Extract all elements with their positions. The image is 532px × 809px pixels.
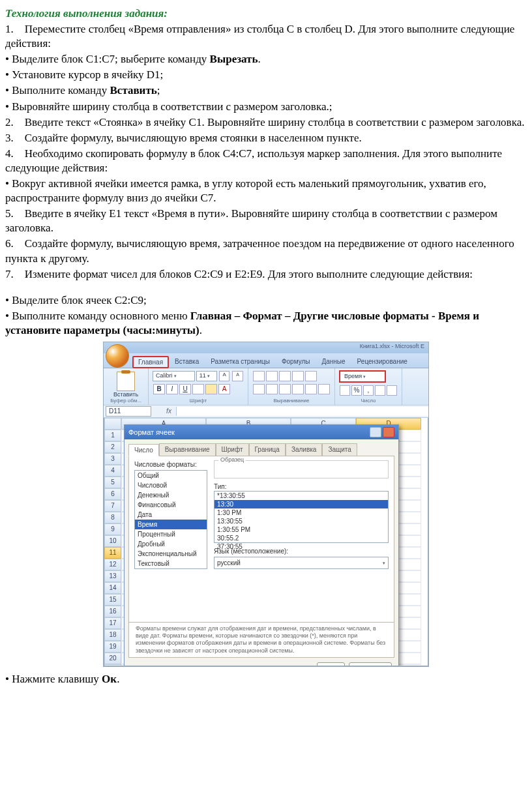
section-title: Технология выполнения задания: [5, 7, 527, 21]
dialog-tab-protect[interactable]: Защита [322, 443, 357, 456]
group-align: Выравнивание [248, 398, 334, 404]
percent-icon[interactable]: % [351, 385, 362, 396]
locale-dropdown[interactable]: русский▾ [214, 557, 389, 569]
align-top-icon[interactable] [253, 371, 265, 381]
excel-screenshot: Книга1.xlsx - Microsoft E Главная Вставк… [103, 342, 429, 667]
orientation-icon[interactable] [292, 371, 304, 381]
align-right-icon[interactable] [279, 384, 291, 394]
increase-indent-icon[interactable] [305, 384, 317, 394]
decrease-decimal-icon[interactable] [387, 385, 397, 396]
group-clipboard: Буфер обм... [104, 398, 148, 404]
step-3: 3. Создайте формулу, вычисляющую время с… [5, 131, 527, 145]
align-middle-icon[interactable] [266, 371, 278, 381]
currency-icon[interactable] [340, 385, 350, 396]
increase-decimal-icon[interactable] [375, 385, 385, 396]
step-6: 6. Создайте формулу, вычисляющую время, … [5, 237, 527, 265]
font-color-icon[interactable]: A [218, 384, 230, 394]
sample-box: Образец [214, 460, 389, 478]
bullet-4a: • Вокруг активной ячейки имеется рамка, … [5, 177, 527, 205]
tab-pagelayout[interactable]: Разметка страницы [205, 355, 276, 368]
grow-font-icon[interactable]: A [219, 371, 230, 381]
dialog-tab-border[interactable]: Граница [249, 443, 286, 456]
type-label: Тип: [214, 482, 389, 491]
category-listbox[interactable]: ОбщийЧисловойДенежныйФинансовыйДатаВремя… [134, 470, 207, 569]
border-icon[interactable] [192, 384, 204, 394]
office-button[interactable] [106, 344, 129, 368]
number-format-box[interactable]: Время▾ [339, 370, 386, 383]
dialog-tab-align[interactable]: Выравнивание [159, 443, 216, 456]
step-2: 2. Введите текст «Стоянка» в ячейку С1. … [5, 115, 527, 130]
italic-icon[interactable]: I [166, 384, 178, 394]
bullet-7b: • Выполните команду основного меню Главн… [5, 309, 527, 338]
bullet-7a: • Выделите блок ячеек С2:С9; [5, 293, 527, 308]
dialog-help-icon[interactable] [370, 427, 381, 437]
dialog-title: Формат ячеек [128, 428, 175, 437]
dialog-note: Форматы времени служат для отображения д… [128, 623, 394, 658]
merge-icon[interactable] [318, 384, 330, 394]
align-left-icon[interactable] [253, 384, 265, 394]
window-titlebar: Книга1.xlsx - Microsoft E [104, 342, 428, 353]
decrease-indent-icon[interactable] [292, 384, 304, 394]
fx-icon[interactable]: fx [164, 407, 173, 415]
step-5: 5. Введите в ячейку Е1 текст «Время в пу… [5, 207, 527, 235]
bold-icon[interactable]: B [153, 384, 165, 394]
font-size-dropdown[interactable]: 11▾ [196, 371, 217, 381]
align-center-icon[interactable] [266, 384, 278, 394]
dialog-tab-font[interactable]: Шрифт [216, 443, 249, 456]
font-name-dropdown[interactable]: Calibri▾ [153, 371, 195, 381]
tab-home[interactable]: Главная [132, 356, 169, 368]
bullet-1d: • Выровняйте ширину столбца в соответств… [5, 100, 527, 114]
format-cells-dialog: Формат ячеек Число Выравнивание Шрифт Гр… [124, 424, 399, 666]
bullet-8: • Нажмите клавишу Ок. [5, 672, 527, 686]
bullet-1a: • Выделите блок C1:C7; выберите команду … [5, 52, 527, 66]
comma-icon[interactable]: , [363, 385, 374, 396]
paste-icon[interactable] [117, 372, 135, 391]
align-bottom-icon[interactable] [279, 371, 291, 381]
group-number: Число [335, 398, 402, 404]
step-4: 4. Необходимо скопировать формулу в блок… [5, 147, 527, 175]
fill-color-icon[interactable] [205, 384, 217, 394]
tab-review[interactable]: Рецензирование [351, 355, 413, 368]
ribbon-tabs: Главная Вставка Разметка страницы Формул… [104, 353, 428, 368]
bullet-1c: • Выполните команду Вставить; [5, 83, 527, 98]
shrink-font-icon[interactable]: A [232, 371, 243, 381]
dialog-tab-number[interactable]: Число [128, 444, 159, 456]
category-label: Числовые форматы: [134, 460, 207, 469]
bullet-1b: • Установите курсор в ячейку D1; [5, 68, 527, 82]
step-1: 1. Переместите столбец «Время отправлени… [5, 22, 527, 51]
formula-input[interactable] [176, 407, 428, 416]
wrap-text-icon[interactable] [305, 371, 317, 381]
tab-formulas[interactable]: Формулы [276, 355, 316, 368]
tab-data[interactable]: Данные [316, 355, 351, 368]
tab-insert[interactable]: Вставка [169, 355, 205, 368]
locale-label: Язык (местоположение): [214, 547, 389, 555]
dialog-close-icon[interactable] [383, 427, 394, 437]
dialog-tab-fill[interactable]: Заливка [286, 443, 323, 456]
underline-icon[interactable]: U [179, 384, 191, 394]
type-listbox[interactable]: *13:30:5513:301:30 PM13:30:551:30:55 PM3… [214, 491, 389, 543]
group-font: Шрифт [149, 398, 248, 404]
step-7: 7. Измените формат чисел для блоков С2:С… [5, 267, 527, 282]
name-box[interactable]: D11 [106, 406, 151, 417]
